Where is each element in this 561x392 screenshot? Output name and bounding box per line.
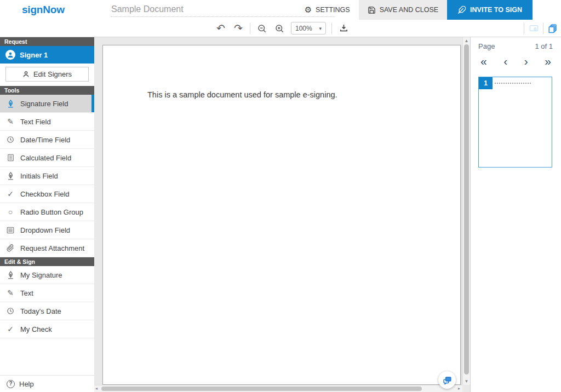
toolbar-divider — [331, 23, 332, 34]
zoom-level-value: 100% — [295, 25, 312, 32]
checkmark-icon: ✓ — [5, 325, 15, 333]
scroll-up-icon[interactable]: ▲ — [463, 38, 470, 43]
settings-label: SETTINGS — [316, 6, 350, 14]
thumbnail-text-line — [495, 83, 531, 84]
tool-radio-button-group[interactable]: ○ Radio Button Group — [0, 203, 94, 221]
page-number-badge: 1 — [479, 77, 493, 89]
pages-panel-header: Page 1 of 1 — [478, 42, 553, 50]
tool-label: Calculated Field — [20, 154, 71, 162]
quill-icon — [457, 5, 466, 14]
tools-section-header: Tools — [0, 86, 94, 95]
clock-icon — [5, 307, 15, 315]
request-section-header: Request — [0, 37, 94, 46]
pen-nib-icon — [5, 172, 15, 180]
tool-label: My Check — [20, 325, 52, 333]
paperclip-icon — [5, 244, 15, 252]
zoom-in-icon[interactable] — [273, 22, 285, 34]
signnow-logo: signNow — [22, 0, 65, 20]
horizontal-scrollbar-thumb[interactable] — [101, 387, 422, 391]
save-and-close-button[interactable]: SAVE AND CLOSE — [359, 0, 447, 20]
tool-text[interactable]: ✎ Text — [0, 284, 94, 302]
tool-calculated-field[interactable]: Calculated Field — [0, 149, 94, 167]
tool-label: My Signature — [20, 271, 62, 279]
tool-label: Date/Time Field — [20, 136, 70, 144]
tool-text-field[interactable]: ✎ Text Field — [0, 113, 94, 131]
edit-signers-label: Edit Signers — [33, 70, 72, 78]
tool-checkbox-field[interactable]: ✓ Checkbox Field — [0, 185, 94, 203]
tool-request-attachment[interactable]: Request Attachment — [0, 239, 94, 257]
zoom-out-icon[interactable] — [256, 22, 268, 34]
toolbar-divider — [543, 23, 543, 34]
pen-nib-icon — [5, 271, 15, 279]
scroll-right-icon[interactable]: ▸ — [458, 385, 460, 392]
toolbar: ↶ ↷ 100% ▾ — [0, 20, 561, 37]
signer-avatar-icon — [5, 50, 15, 60]
page-thumbnail[interactable]: 1 — [478, 77, 552, 168]
save-and-close-label: SAVE AND CLOSE — [380, 6, 438, 14]
horizontal-scrollbar[interactable]: ◂ ▸ — [94, 385, 462, 392]
tool-label: Today's Date — [20, 307, 61, 315]
toolbar-right — [520, 20, 561, 37]
page-label: Page — [478, 42, 495, 50]
tool-label: Request Attachment — [20, 244, 84, 252]
toolbar-center: ↶ ↷ 100% ▾ — [215, 20, 350, 37]
tool-signature-field[interactable]: Signature Field — [0, 95, 94, 113]
toolbar-divider — [524, 23, 524, 34]
download-icon[interactable] — [337, 22, 350, 34]
edit-sign-section-header: Edit & Sign — [0, 257, 94, 266]
vertical-scrollbar-thumb[interactable] — [464, 44, 469, 374]
chat-icon — [443, 376, 452, 385]
document-canvas: This is a sample document used for sampl… — [94, 37, 470, 392]
tool-label: Dropdown Field — [20, 226, 70, 234]
signer-1-row[interactable]: Signer 1 — [0, 46, 94, 64]
question-mark-icon: ? — [7, 380, 15, 388]
previous-page-button[interactable]: ‹ — [499, 54, 512, 69]
pen-nib-icon — [5, 100, 15, 108]
undo-icon[interactable]: ↶ — [215, 22, 227, 34]
toolbar-divider — [250, 23, 250, 34]
save-icon — [368, 6, 376, 14]
edit-signers-button[interactable]: Edit Signers — [5, 67, 89, 82]
chat-button[interactable] — [438, 371, 456, 389]
tool-label: Signature Field — [20, 100, 68, 108]
tool-todays-date[interactable]: Today's Date — [0, 302, 94, 320]
tool-label: Initials Field — [20, 172, 58, 180]
sidebar-spacer — [0, 338, 94, 375]
tool-label: Text Field — [20, 118, 51, 126]
invite-to-sign-button[interactable]: INVITE TO SIGN — [447, 0, 533, 20]
document-page[interactable]: This is a sample document used for sampl… — [102, 45, 461, 385]
tool-label: Radio Button Group — [20, 208, 83, 216]
first-page-button[interactable]: « — [476, 54, 491, 69]
document-settings-icon[interactable] — [528, 22, 540, 34]
help-button[interactable]: ? Help — [0, 375, 94, 392]
list-box-icon — [5, 227, 15, 234]
person-icon — [22, 71, 30, 78]
header-actions: ⚙ SETTINGS SAVE AND CLOSE INVITE TO SIGN — [296, 0, 561, 20]
tool-initials-field[interactable]: Initials Field — [0, 167, 94, 185]
redo-icon[interactable]: ↷ — [232, 22, 244, 34]
page-navigation: « ‹ › » — [476, 54, 556, 69]
scroll-down-icon[interactable]: ▼ — [463, 379, 470, 384]
help-label: Help — [19, 380, 34, 388]
tool-label: Checkbox Field — [20, 190, 70, 198]
edit-signers-wrap: Edit Signers — [0, 64, 94, 86]
next-page-button[interactable]: › — [520, 54, 533, 69]
left-sidebar: Request Signer 1 Edit Signers Tools Sign… — [0, 37, 94, 392]
tool-label: Text — [20, 289, 33, 297]
scroll-left-icon[interactable]: ◂ — [95, 385, 98, 392]
tool-dropdown-field[interactable]: Dropdown Field — [0, 221, 94, 239]
tool-my-check[interactable]: ✓ My Check — [0, 320, 94, 338]
zoom-level-dropdown[interactable]: 100% ▾ — [291, 22, 326, 34]
pencil-icon: ✎ — [5, 117, 15, 126]
signer-1-label: Signer 1 — [20, 51, 48, 59]
last-page-button[interactable]: » — [540, 54, 556, 69]
page-thumbnails-icon[interactable] — [547, 22, 559, 34]
tool-datetime-field[interactable]: Date/Time Field — [0, 131, 94, 149]
pencil-icon: ✎ — [5, 289, 15, 297]
vertical-scrollbar[interactable]: ▲ ▼ — [462, 37, 470, 385]
tool-my-signature[interactable]: My Signature — [0, 266, 94, 284]
top-header: signNow Sample Document ⚙ SETTINGS SAVE … — [0, 0, 561, 20]
document-text: This is a sample document used for sampl… — [147, 90, 337, 99]
settings-button[interactable]: ⚙ SETTINGS — [296, 0, 359, 20]
pages-panel: Page 1 of 1 « ‹ › » 1 — [470, 37, 561, 392]
